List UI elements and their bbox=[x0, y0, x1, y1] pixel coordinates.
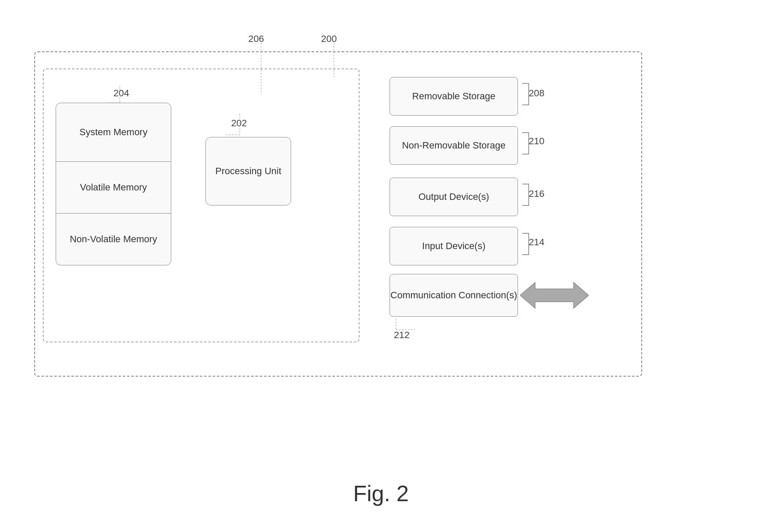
system-memory-box: System Memory Volatile Memory Non-Volati… bbox=[56, 103, 171, 265]
label-208: 208 bbox=[529, 88, 545, 99]
communication-connections-box: Communication Connection(s) bbox=[390, 274, 518, 317]
label-200: 200 bbox=[321, 33, 337, 45]
input-devices-box: Input Device(s) bbox=[390, 227, 518, 265]
label-214: 214 bbox=[529, 237, 545, 248]
label-206: 206 bbox=[248, 33, 264, 45]
fig-caption: Fig. 2 bbox=[353, 481, 409, 506]
non-removable-storage-box: Non-Removable Storage bbox=[390, 126, 518, 165]
label-204: 204 bbox=[113, 88, 129, 99]
system-memory-header: System Memory bbox=[56, 103, 171, 162]
label-216: 216 bbox=[529, 188, 545, 199]
label-210: 210 bbox=[529, 136, 545, 147]
non-volatile-memory-row: Non-Volatile Memory bbox=[56, 214, 171, 265]
label-212: 212 bbox=[394, 330, 410, 341]
volatile-memory-row: Volatile Memory bbox=[56, 162, 171, 214]
diagram-container: 200 206 204 System Memory Volatile Memor… bbox=[21, 26, 741, 411]
label-202: 202 bbox=[231, 118, 247, 129]
output-devices-box: Output Device(s) bbox=[390, 178, 518, 216]
removable-storage-box: Removable Storage bbox=[390, 77, 518, 116]
processing-unit-box: Processing Unit bbox=[205, 137, 291, 205]
